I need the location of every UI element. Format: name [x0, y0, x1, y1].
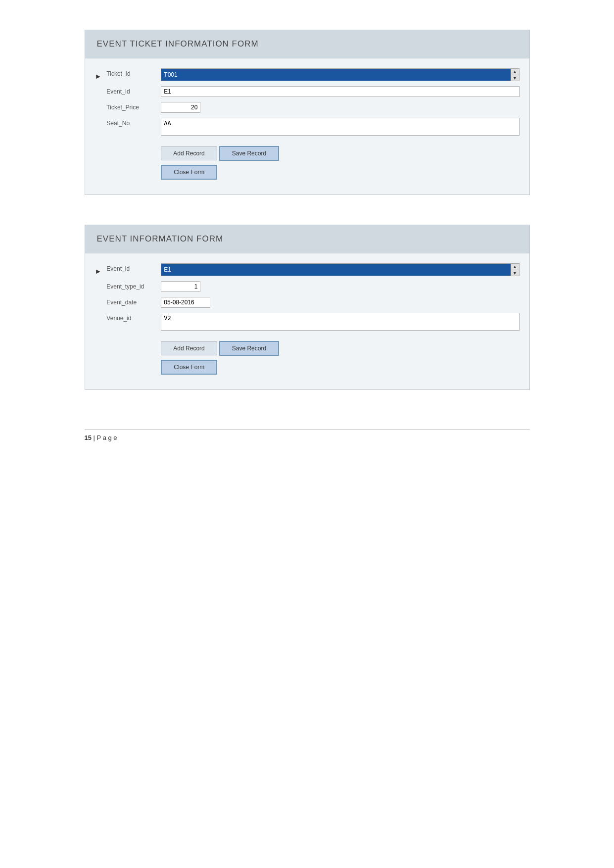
ticket-id-scroll-wrapper: ▲ ▼	[161, 68, 519, 81]
ticket-form-panel: EVENT TICKET INFORMATION FORM ► Ticket_I…	[85, 30, 530, 195]
ticket-id-input-wrap: ▲ ▼	[161, 68, 519, 81]
ticket-id-label: Ticket_Id	[106, 68, 161, 77]
ticket-price-row: Ticket_Price	[106, 102, 519, 113]
ticket-price-input[interactable]	[161, 102, 200, 113]
ticket-save-record-button[interactable]: Save Record	[219, 146, 279, 161]
ticket-price-label: Ticket_Price	[106, 102, 161, 111]
event-form-fields: Event_id ▲ ▼ Event_type_id	[106, 263, 519, 375]
ticket-event-id-row: Event_Id	[106, 86, 519, 97]
event-type-id-label: Event_type_id	[106, 281, 161, 290]
ticket-arrow-indicator: ►	[95, 72, 102, 80]
page-footer: 15 | P a g e	[85, 430, 530, 441]
ticket-form-header: EVENT TICKET INFORMATION FORM	[85, 30, 529, 58]
event-venue-id-input[interactable]: V2	[161, 313, 519, 331]
event-add-record-button[interactable]: Add Record	[161, 341, 217, 355]
ticket-event-id-input-wrap	[161, 86, 519, 97]
ticket-id-scroll-down[interactable]: ▼	[511, 75, 519, 81]
event-type-id-input-wrap	[161, 281, 519, 292]
event-date-input-wrap	[161, 297, 519, 308]
ticket-button-row-1: Add Record Save Record	[161, 146, 519, 161]
ticket-seat-no-input-wrap: AA	[161, 118, 519, 137]
event-id-input[interactable]	[161, 264, 510, 276]
event-date-row: Event_date	[106, 297, 519, 308]
event-venue-id-input-wrap: V2	[161, 313, 519, 332]
event-id-label: Event_id	[106, 263, 161, 272]
event-id-scroll-up[interactable]: ▲	[511, 264, 519, 270]
ticket-button-row-2: Close Form	[161, 165, 519, 180]
ticket-form-fields: Ticket_Id ▲ ▼ Event_Id	[106, 68, 519, 180]
ticket-event-id-label: Event_Id	[106, 86, 161, 95]
ticket-id-scroll-up[interactable]: ▲	[511, 69, 519, 75]
ticket-price-input-wrap	[161, 102, 519, 113]
page-container: EVENT TICKET INFORMATION FORM ► Ticket_I…	[85, 30, 530, 441]
event-id-scroll-down[interactable]: ▼	[511, 270, 519, 276]
page-text: | P a g e	[94, 434, 117, 441]
event-type-id-input[interactable]	[161, 281, 200, 292]
event-arrow-indicator: ►	[95, 267, 102, 275]
event-form-body: ► Event_id ▲ ▼	[85, 253, 529, 389]
event-id-row: Event_id ▲ ▼	[106, 263, 519, 276]
ticket-id-input[interactable]	[161, 69, 510, 81]
ticket-form-title: EVENT TICKET INFORMATION FORM	[97, 39, 518, 49]
ticket-event-id-input[interactable]	[161, 86, 519, 97]
event-button-row-1: Add Record Save Record	[161, 341, 519, 356]
event-id-scroll-buttons: ▲ ▼	[511, 264, 519, 276]
ticket-seat-no-label: Seat_No	[106, 118, 161, 127]
ticket-seat-no-input[interactable]: AA	[161, 118, 519, 136]
event-save-record-button[interactable]: Save Record	[219, 341, 279, 356]
event-type-id-row: Event_type_id	[106, 281, 519, 292]
event-form-title: EVENT INFORMATION FORM	[97, 234, 518, 244]
event-form-panel: EVENT INFORMATION FORM ► Event_id ▲ ▼	[85, 225, 530, 390]
event-id-input-wrap: ▲ ▼	[161, 263, 519, 276]
event-venue-id-label: Venue_id	[106, 313, 161, 322]
event-close-form-button[interactable]: Close Form	[161, 360, 217, 375]
ticket-id-row: Ticket_Id ▲ ▼	[106, 68, 519, 81]
ticket-add-record-button[interactable]: Add Record	[161, 146, 217, 160]
page-number: 15	[85, 434, 92, 441]
event-date-input[interactable]	[161, 297, 210, 308]
event-venue-id-row: Venue_id V2	[106, 313, 519, 332]
ticket-form-body: ► Ticket_Id ▲ ▼	[85, 58, 529, 194]
event-id-scroll-wrapper: ▲ ▼	[161, 263, 519, 276]
ticket-close-form-button[interactable]: Close Form	[161, 165, 217, 180]
event-button-row-2: Close Form	[161, 360, 519, 375]
event-date-label: Event_date	[106, 297, 161, 306]
ticket-seat-no-row: Seat_No AA	[106, 118, 519, 137]
event-form-header: EVENT INFORMATION FORM	[85, 225, 529, 253]
ticket-id-scroll-buttons: ▲ ▼	[511, 69, 519, 81]
